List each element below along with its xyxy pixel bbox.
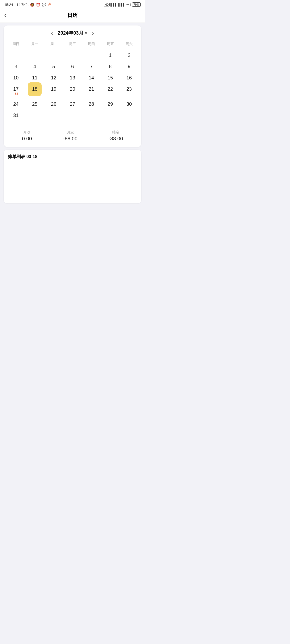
day-number: 17 bbox=[6, 87, 25, 92]
summary-balance: 结余 -88.00 bbox=[108, 130, 123, 142]
next-month-button[interactable]: › bbox=[87, 30, 99, 36]
calendar-day[interactable]: 30 bbox=[120, 98, 139, 109]
day-number: 24 bbox=[6, 102, 25, 107]
calendar-day[interactable]: 15 bbox=[101, 72, 119, 83]
calendar-day bbox=[120, 109, 139, 120]
status-right: HD ▌▌▌ ▌▌▌ wifi 79% bbox=[104, 2, 141, 7]
calendar-day[interactable]: 11 bbox=[25, 72, 44, 83]
calendar-day[interactable]: 26 bbox=[44, 98, 63, 109]
day-number: 12 bbox=[44, 75, 63, 80]
day-number: 10 bbox=[6, 75, 25, 80]
calendar-day bbox=[25, 49, 44, 60]
day-number: 2 bbox=[120, 53, 139, 58]
calendar-day[interactable]: 7 bbox=[82, 60, 101, 72]
day-number: 6 bbox=[63, 64, 82, 69]
prev-month-button[interactable]: ‹ bbox=[46, 30, 58, 36]
dow-sat: 周六 bbox=[120, 41, 139, 47]
calendar-day[interactable]: 10 bbox=[6, 72, 25, 83]
calendar-day[interactable]: 6 bbox=[63, 60, 82, 72]
calendar-day[interactable]: 3 bbox=[6, 60, 25, 72]
hd-icon: HD bbox=[104, 3, 109, 6]
calendar-day[interactable]: 27 bbox=[63, 98, 82, 109]
bill-list-title: 账单列表 03-18 bbox=[8, 154, 137, 160]
monthly-summary: 月收 0.00 月支 -88.00 结余 -88.00 bbox=[6, 126, 139, 142]
calendar-day[interactable]: 18 bbox=[25, 83, 44, 98]
day-number: 31 bbox=[6, 113, 25, 118]
calendar-day bbox=[25, 109, 44, 120]
signal2-icon: ▌▌▌ bbox=[118, 3, 125, 6]
msg-icon: 💬 bbox=[42, 3, 46, 7]
calendar-day[interactable]: 4 bbox=[25, 60, 44, 72]
back-button[interactable]: ‹ bbox=[4, 12, 6, 19]
summary-expense: 月支 -88.00 bbox=[63, 130, 78, 142]
calendar-day[interactable]: 1 bbox=[101, 49, 119, 60]
calendar-day[interactable]: 23 bbox=[120, 83, 139, 98]
calendar-day[interactable]: 13 bbox=[63, 72, 82, 83]
calendar-card: ‹ 2024年03月 ∨ › 周日 周一 周二 周三 周四 周五 周六 1234… bbox=[4, 25, 141, 147]
day-number: 25 bbox=[25, 102, 44, 107]
month-dropdown-icon[interactable]: ∨ bbox=[85, 31, 87, 35]
days-of-week: 周日 周一 周二 周三 周四 周五 周六 bbox=[6, 41, 139, 47]
day-number: 9 bbox=[120, 64, 139, 69]
calendar-day[interactable]: 22 bbox=[101, 83, 119, 98]
status-bar: 15:24 | 14.7K/s 🔕 ⏰ 💬 淘 HD ▌▌▌ ▌▌▌ wifi … bbox=[0, 0, 145, 8]
calendar-grid: 1234567891011121314151617-88181920212223… bbox=[6, 49, 139, 120]
day-number: 29 bbox=[101, 102, 119, 107]
calendar-day[interactable]: 19 bbox=[44, 83, 63, 98]
wifi-icon: wifi bbox=[126, 3, 131, 6]
calendar-day[interactable]: 17-88 bbox=[6, 83, 25, 98]
expense-label: 月支 bbox=[63, 130, 78, 135]
calendar-day[interactable]: 9 bbox=[120, 60, 139, 72]
calendar-day[interactable]: 12 bbox=[44, 72, 63, 83]
calendar-day bbox=[6, 49, 25, 60]
day-number: 4 bbox=[25, 64, 44, 69]
day-number: 5 bbox=[44, 64, 63, 69]
income-value: 0.00 bbox=[22, 136, 32, 142]
balance-label: 结余 bbox=[108, 130, 123, 135]
calendar-day bbox=[63, 49, 82, 60]
header: ‹ 日历 bbox=[0, 8, 145, 23]
dow-thu: 周四 bbox=[82, 41, 101, 47]
day-annotation: -88 bbox=[6, 92, 25, 95]
calendar-day[interactable]: 16 bbox=[120, 72, 139, 83]
status-time: 15:24 bbox=[4, 3, 13, 7]
day-number: 15 bbox=[101, 75, 119, 80]
calendar-day[interactable]: 5 bbox=[44, 60, 63, 72]
day-number: 3 bbox=[6, 64, 25, 69]
calendar-day[interactable]: 31 bbox=[6, 109, 25, 120]
day-number: 16 bbox=[120, 75, 139, 80]
calendar-day[interactable]: 28 bbox=[82, 98, 101, 109]
battery-icon: 79% bbox=[132, 2, 141, 7]
calendar-day bbox=[44, 109, 63, 120]
day-number: 19 bbox=[44, 87, 63, 92]
day-number: 13 bbox=[63, 75, 82, 80]
taobao-icon: 淘 bbox=[48, 2, 52, 7]
calendar-day bbox=[101, 109, 119, 120]
calendar-day bbox=[44, 49, 63, 60]
day-number: 7 bbox=[82, 64, 101, 69]
calendar-day[interactable]: 29 bbox=[101, 98, 119, 109]
mute-icon: 🔕 bbox=[30, 3, 34, 7]
dow-fri: 周五 bbox=[101, 41, 119, 47]
calendar-day[interactable]: 25 bbox=[25, 98, 44, 109]
calendar-day[interactable]: 8 bbox=[101, 60, 119, 72]
day-number: 18 bbox=[25, 87, 44, 92]
alarm-icon: ⏰ bbox=[36, 3, 40, 7]
calendar-day[interactable]: 21 bbox=[82, 83, 101, 98]
calendar-day[interactable]: 2 bbox=[120, 49, 139, 60]
summary-income: 月收 0.00 bbox=[22, 130, 32, 142]
day-number: 28 bbox=[82, 102, 101, 107]
page-title: 日历 bbox=[67, 12, 78, 19]
income-label: 月收 bbox=[22, 130, 32, 135]
month-label: 2024年03月 ∨ bbox=[58, 30, 87, 36]
month-nav: ‹ 2024年03月 ∨ › bbox=[6, 30, 139, 36]
day-number: 14 bbox=[82, 75, 101, 80]
expense-value: -88.00 bbox=[63, 136, 78, 142]
calendar-day[interactable]: 20 bbox=[63, 83, 82, 98]
signal1-icon: ▌▌▌ bbox=[111, 3, 118, 6]
calendar-day[interactable]: 14 bbox=[82, 72, 101, 83]
dow-tue: 周二 bbox=[44, 41, 63, 47]
calendar-day[interactable]: 24 bbox=[6, 98, 25, 109]
day-number: 22 bbox=[101, 87, 119, 92]
day-number: 26 bbox=[44, 102, 63, 107]
